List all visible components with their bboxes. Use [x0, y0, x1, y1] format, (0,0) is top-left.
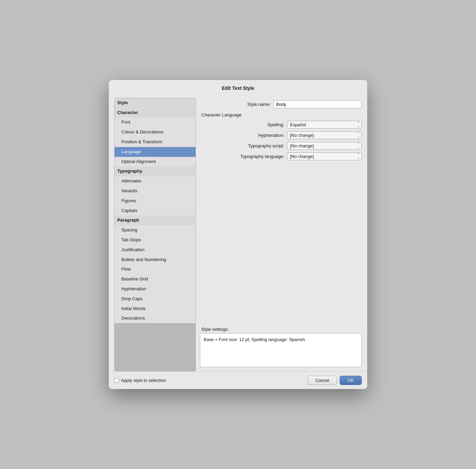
select-wrapper-hyphenation: [No change]OnOff⌃⌄	[287, 131, 362, 139]
form-label-typography-language: Typography language:	[233, 154, 284, 159]
form-label-spelling: Spelling:	[233, 122, 284, 127]
sidebar-item-colour-decorations[interactable]: Colour & Decorations	[115, 127, 196, 137]
ok-button[interactable]: OK	[340, 376, 362, 385]
cancel-button[interactable]: Cancel	[308, 376, 337, 385]
sidebar-item-figures[interactable]: Figures	[115, 196, 196, 206]
select-wrapper-typography-language: [No change]SpanishEnglishFrench⌃⌄	[287, 152, 362, 160]
sidebar-item-position-transform[interactable]: Position & Transform	[115, 137, 196, 147]
style-settings-box: Base + Font size: 12 pt; Spelling langua…	[200, 333, 362, 367]
select-wrapper-typography-script: [No change]LatinArabicHebrew⌃⌄	[287, 142, 362, 150]
section-title: Character Language	[200, 112, 362, 117]
select-hyphenation[interactable]: [No change]OnOff	[287, 131, 362, 139]
sidebar-item-character[interactable]: Character	[115, 108, 196, 118]
sidebar-item-alternates[interactable]: Alternates	[115, 176, 196, 186]
sidebar-item-baseline-grid[interactable]: Baseline Grid	[115, 274, 196, 284]
style-name-row: Style name:	[200, 98, 362, 112]
form-grid: Spelling:Español[No change]English (US)E…	[200, 121, 362, 160]
select-typography-script[interactable]: [No change]LatinArabicHebrew	[287, 142, 362, 150]
sidebar-item-capitals[interactable]: Capitals	[115, 206, 196, 216]
style-name-label: Style name:	[247, 102, 271, 107]
button-group: Cancel OK	[308, 376, 362, 385]
select-typography-language[interactable]: [No change]SpanishEnglishFrench	[287, 152, 362, 160]
sidebar-item-hyphenation[interactable]: Hyphenation	[115, 284, 196, 294]
form-row-typography-language: Typography language:[No change]SpanishEn…	[200, 152, 362, 160]
sidebar-item-typography[interactable]: Typography	[115, 166, 196, 176]
sidebar-item-tab-stops[interactable]: Tab Stops	[115, 235, 196, 245]
dialog-title: Edit Text Style	[109, 80, 367, 94]
sidebar-item-drop-caps[interactable]: Drop Caps	[115, 294, 196, 304]
sidebar-item-bullets-numbering[interactable]: Bullets and Numbering	[115, 255, 196, 265]
select-wrapper-spelling: Español[No change]English (US)English (U…	[287, 121, 362, 129]
form-label-hyphenation: Hyphenation:	[233, 133, 284, 138]
sidebar-item-justification[interactable]: Justification	[115, 245, 196, 255]
form-label-typography-script: Typography script:	[233, 143, 284, 148]
form-row-typography-script: Typography script:[No change]LatinArabic…	[200, 142, 362, 150]
sidebar-item-flow[interactable]: Flow	[115, 264, 196, 274]
form-row-spelling: Spelling:Español[No change]English (US)E…	[200, 121, 362, 129]
dialog-body: StyleCharacterFontColour & DecorationsPo…	[109, 94, 367, 371]
apply-style-checkbox[interactable]	[114, 378, 119, 383]
sidebar-preview	[115, 323, 196, 371]
edit-text-style-dialog: Edit Text Style StyleCharacterFontColour…	[109, 80, 367, 389]
sidebar: StyleCharacterFontColour & DecorationsPo…	[114, 98, 196, 371]
style-settings-label: Style settings:	[200, 327, 362, 332]
sidebar-item-optical-alignment[interactable]: Optical Alignment	[115, 157, 196, 167]
sidebar-list: StyleCharacterFontColour & DecorationsPo…	[115, 98, 196, 323]
sidebar-item-style[interactable]: Style	[115, 98, 196, 108]
sidebar-item-initial-words[interactable]: Initial Words	[115, 304, 196, 314]
style-settings-section: Style settings: Base + Font size: 12 pt;…	[200, 327, 362, 371]
dialog-footer: Apply style to selection Cancel OK	[109, 371, 367, 389]
sidebar-item-decorations[interactable]: Decorations	[115, 313, 196, 323]
sidebar-item-spacing[interactable]: Spacing	[115, 225, 196, 235]
sidebar-item-variants[interactable]: Variants	[115, 186, 196, 196]
sidebar-item-language[interactable]: Language	[115, 147, 196, 157]
form-row-hyphenation: Hyphenation:[No change]OnOff⌃⌄	[200, 131, 362, 139]
sidebar-item-font[interactable]: Font	[115, 117, 196, 127]
main-panel: Style name: Character Language Spelling:…	[200, 98, 362, 371]
select-spelling[interactable]: Español[No change]English (US)English (U…	[287, 121, 362, 129]
sidebar-item-paragraph[interactable]: Paragraph	[115, 215, 196, 225]
apply-style-label: Apply style to selection	[121, 378, 166, 383]
style-name-input[interactable]	[273, 100, 362, 108]
apply-style-row: Apply style to selection	[114, 378, 166, 383]
